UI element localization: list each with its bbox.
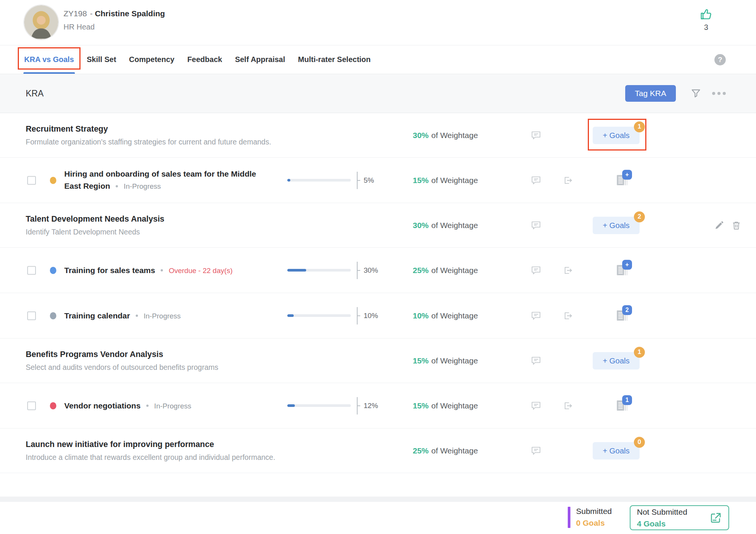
name-separator: -	[90, 9, 93, 18]
goals-count-badge: 0	[634, 437, 645, 448]
open-details-icon[interactable]	[710, 512, 722, 524]
goal-title[interactable]: Vendor negotiations	[64, 401, 141, 410]
comment-icon[interactable]	[530, 355, 542, 366]
separator-dot	[146, 404, 149, 407]
comment-icon[interactable]	[530, 400, 542, 411]
comment-icon[interactable]	[530, 175, 542, 186]
separator-dot	[136, 314, 138, 317]
weightage-label: of Weightage	[431, 266, 478, 275]
separator-dot	[116, 185, 118, 188]
push-goal-icon[interactable]	[562, 265, 574, 276]
goal-documents-icon[interactable]: +	[615, 264, 630, 277]
likes-count: 3	[704, 23, 708, 32]
likes-widget: 3	[697, 8, 715, 32]
doc-count-badge: +	[622, 170, 632, 180]
tab-bar: KRA vs Goals Skill Set Competency Feedba…	[0, 45, 756, 74]
comment-icon[interactable]	[530, 265, 542, 276]
kra-description: Select and audits vendors of outsourced …	[26, 363, 218, 372]
goal-row: Hiring and onboarding of sales team for …	[0, 158, 756, 203]
goal-status: In-Progress	[154, 402, 191, 410]
add-goals-button[interactable]: + Goals	[593, 352, 640, 369]
doc-count-badge: 1	[622, 395, 632, 405]
tab-multi-rater-selection[interactable]: Multi-rater Selection	[298, 45, 370, 74]
delete-kra-icon[interactable]	[731, 220, 741, 230]
kra-row: Benefits Programs Vendor Analysis Select…	[0, 338, 756, 383]
more-options-icon[interactable]	[712, 92, 726, 95]
progress-bar: 12%	[287, 397, 378, 414]
kra-title: Benefits Programs Vendor Analysis	[26, 350, 218, 359]
weightage-value: 15%	[413, 356, 429, 365]
weightage-value: 25%	[413, 266, 429, 275]
weightage: 15%of Weightage	[413, 176, 478, 185]
add-goals-button[interactable]: + Goals	[593, 127, 640, 144]
tab-label: KRA vs Goals	[24, 55, 74, 64]
help-icon[interactable]: ?	[714, 54, 726, 65]
kra-toolbar: KRA Tag KRA	[0, 74, 756, 113]
progress-track	[287, 269, 351, 272]
tab-kra-vs-goals[interactable]: KRA vs Goals	[24, 45, 74, 74]
progress-fill	[287, 314, 294, 317]
comment-icon[interactable]	[530, 220, 542, 231]
goal-row: Training for sales teamsOverdue - 22 day…	[0, 248, 756, 293]
goals-count-badge: 2	[634, 211, 645, 222]
avatar	[24, 5, 58, 39]
submitted-label: Submitted	[576, 507, 612, 516]
kra-title: Recruitment Strategy	[26, 124, 271, 134]
tag-kra-button[interactable]: Tag KRA	[625, 85, 676, 102]
weightage-value: 10%	[413, 311, 429, 320]
goal-status: In-Progress	[144, 312, 181, 320]
progress-value: 12%	[364, 402, 378, 410]
employee-role: HR Head	[64, 23, 165, 31]
tab-label: Skill Set	[87, 55, 116, 64]
weightage-label: of Weightage	[431, 221, 478, 230]
progress-track	[287, 314, 351, 317]
tab-feedback[interactable]: Feedback	[187, 45, 222, 74]
tab-competency[interactable]: Competency	[129, 45, 174, 74]
progress-fill	[287, 269, 306, 272]
filter-icon[interactable]	[690, 88, 702, 99]
weightage: 10%of Weightage	[413, 311, 478, 320]
weightage-value: 30%	[413, 221, 429, 230]
not-submitted-box[interactable]: Not Submitted 4 Goals	[630, 505, 729, 530]
goals-count-badge: 1	[634, 347, 645, 358]
goal-title[interactable]: Training for sales teams	[64, 265, 155, 274]
progress-value: 10%	[364, 312, 378, 320]
submitted-summary: Submitted 0 Goals	[568, 507, 612, 528]
goal-checkbox[interactable]	[27, 401, 36, 410]
kra-description: Identify Talent Development Needs	[26, 228, 164, 236]
tab-label: Competency	[129, 55, 174, 64]
employee-name-line: ZY198-Christine Spalding	[64, 9, 165, 18]
progress-value: 30%	[364, 266, 378, 275]
goal-documents-icon[interactable]: +	[615, 174, 630, 187]
goal-status-dot	[50, 402, 56, 409]
goal-title[interactable]: Training calendar	[64, 311, 130, 320]
weightage-label: of Weightage	[431, 356, 478, 365]
edit-kra-icon[interactable]	[714, 220, 724, 230]
add-goals-button[interactable]: + Goals	[593, 217, 640, 234]
comment-icon[interactable]	[530, 310, 542, 321]
goal-checkbox[interactable]	[27, 266, 36, 275]
tab-self-appraisal[interactable]: Self Appraisal	[235, 45, 285, 74]
weightage-value: 30%	[413, 131, 429, 140]
goal-documents-icon[interactable]: 1	[615, 399, 630, 413]
tab-skill-set[interactable]: Skill Set	[87, 45, 116, 74]
thumbs-up-icon[interactable]	[699, 8, 713, 20]
push-goal-icon[interactable]	[562, 175, 574, 186]
weightage-label: of Weightage	[431, 401, 478, 410]
weightage-label: of Weightage	[431, 131, 478, 140]
comment-icon[interactable]	[530, 130, 542, 141]
weightage-label: of Weightage	[431, 311, 478, 320]
goal-documents-icon[interactable]: 2	[615, 309, 630, 323]
progress-track	[287, 404, 351, 407]
comment-icon[interactable]	[530, 446, 542, 456]
footer-summary: Submitted 0 Goals Not Submitted 4 Goals	[0, 502, 756, 534]
push-goal-icon[interactable]	[562, 400, 574, 411]
progress-fill	[287, 404, 295, 407]
tab-label: Multi-rater Selection	[298, 55, 370, 64]
push-goal-icon[interactable]	[562, 310, 574, 321]
active-tab-underline	[23, 72, 75, 74]
progress-track	[287, 179, 351, 182]
add-goals-button[interactable]: + Goals	[593, 442, 640, 459]
goal-checkbox[interactable]	[27, 311, 36, 320]
goal-checkbox[interactable]	[27, 176, 36, 185]
